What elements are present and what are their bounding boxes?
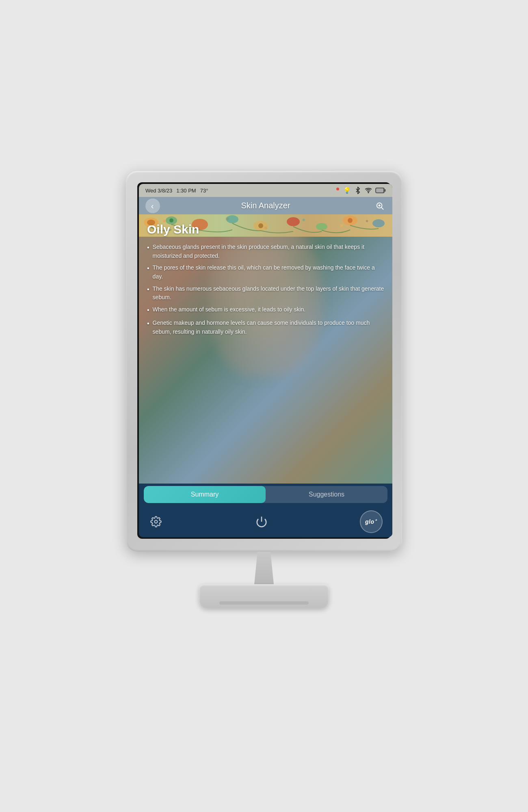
back-chevron-icon: ‹	[151, 202, 154, 210]
suggestions-tab[interactable]: Suggestions	[266, 486, 387, 503]
bulb-icon: 💡	[343, 187, 351, 194]
notification-dot	[336, 188, 339, 190]
back-button[interactable]: ‹	[145, 199, 160, 213]
zoom-button[interactable]	[374, 200, 386, 212]
glo-logo-button[interactable]: glo✦	[360, 510, 383, 533]
skin-type-title: Oily Skin	[147, 222, 384, 236]
summary-tab[interactable]: Summary	[144, 486, 266, 503]
bullet-item-3: The skin has numerous sebaceous glands l…	[147, 285, 384, 302]
screen-bezel: Wed 3/8/23 1:30 PM 73° 💡	[137, 182, 391, 539]
status-left: Wed 3/8/23 1:30 PM 73°	[145, 188, 208, 194]
svg-line-5	[381, 207, 383, 209]
svg-point-21	[155, 520, 158, 523]
glo-label: glo✦	[365, 518, 377, 525]
wifi-icon	[365, 187, 372, 194]
status-temp: 73°	[200, 188, 208, 194]
status-bar: Wed 3/8/23 1:30 PM 73° 💡	[139, 184, 392, 197]
bluetooth-icon	[354, 187, 361, 194]
svg-point-0	[368, 192, 369, 193]
battery-icon	[375, 188, 386, 193]
bullet-list: Sebaceous glands present in the skin pro…	[147, 243, 384, 477]
status-time: 1:30 PM	[176, 188, 196, 194]
svg-rect-2	[376, 188, 383, 192]
power-button[interactable]	[254, 514, 269, 529]
svg-rect-3	[385, 189, 386, 192]
bullet-item-4: When the amount of sebum is excessive, i…	[147, 305, 384, 315]
status-right: 💡	[337, 187, 386, 194]
monitor-neck	[248, 552, 280, 584]
monitor-container: Wed 3/8/23 1:30 PM 73° 💡	[126, 171, 402, 609]
monitor-base	[199, 584, 329, 609]
bullet-item-5: Genetic makeup and hormone levels can ca…	[147, 319, 384, 336]
nav-bar: ‹ Skin Analyzer	[139, 197, 392, 214]
nav-title: Skin Analyzer	[241, 201, 290, 210]
status-date: Wed 3/8/23	[145, 188, 172, 194]
text-panel: Oily Skin Sebaceous glands present in th…	[139, 214, 392, 484]
content-area: Oily Skin Sebaceous glands present in th…	[139, 214, 392, 484]
zoom-icon	[375, 201, 384, 210]
bottom-toolbar: glo✦	[139, 506, 392, 537]
tab-container: Summary Suggestions	[144, 486, 387, 503]
phone-screen: Wed 3/8/23 1:30 PM 73° 💡	[139, 184, 392, 537]
power-icon	[255, 516, 268, 528]
monitor-frame: Wed 3/8/23 1:30 PM 73° 💡	[126, 171, 402, 552]
tab-bar: Summary Suggestions	[139, 484, 392, 506]
settings-icon	[150, 516, 162, 527]
bullet-item-2: The pores of the skin release this oil, …	[147, 263, 384, 281]
bullet-item-1: Sebaceous glands present in the skin pro…	[147, 243, 384, 260]
settings-button[interactable]	[149, 514, 163, 529]
